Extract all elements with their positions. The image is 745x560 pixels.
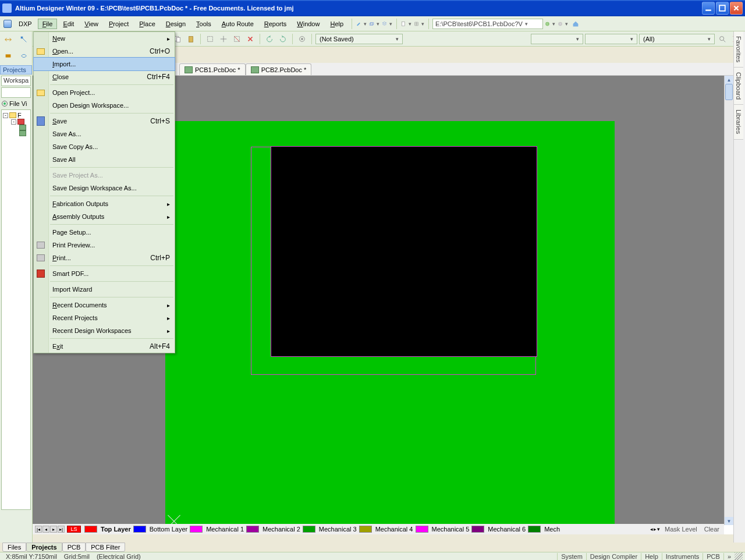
mask-level-link[interactable]: Mask Level — [662, 526, 700, 533]
fileview-radio[interactable]: File Vi — [0, 99, 32, 108]
status-help[interactable]: Help — [641, 553, 662, 560]
paste-icon[interactable] — [185, 33, 197, 45]
menu-view[interactable]: View — [80, 19, 103, 29]
nav-fwd-icon[interactable]: ▾ — [558, 19, 568, 29]
maximize-button[interactable] — [716, 2, 729, 15]
file-assembly-outputs[interactable]: Assembly Outputs▸ — [34, 210, 175, 223]
layer-nav[interactable]: |◂◂▸▸| — [35, 526, 65, 533]
menu-place[interactable]: Place — [134, 19, 160, 29]
menu-file[interactable]: File — [38, 19, 58, 29]
project-tree[interactable]: -F - — [1, 109, 31, 510]
lefttool-1-icon[interactable] — [2, 33, 15, 46]
tool-page-icon[interactable]: ▾ — [401, 19, 411, 29]
file-open-project[interactable]: Open Project... — [34, 86, 175, 99]
btab-files[interactable]: Files — [2, 543, 26, 552]
status-more-icon[interactable]: » — [723, 553, 735, 560]
status-pcb[interactable]: PCB — [703, 553, 723, 560]
undo-icon[interactable] — [264, 33, 275, 45]
menu-help[interactable]: Help — [325, 19, 348, 29]
layer-bottom[interactable]: Bottom Layer — [133, 526, 190, 533]
tool-layers-icon[interactable]: ▾ — [369, 19, 379, 29]
select-rect-icon[interactable] — [204, 33, 216, 45]
doctab-pcb2[interactable]: PCB2.PcbDoc * — [246, 63, 312, 75]
righttab-libraries[interactable]: Libraries — [734, 105, 743, 139]
righttab-clipboard[interactable]: Clipboard — [734, 68, 743, 105]
layer-mech6[interactable]: Mechanical 6 — [471, 526, 528, 533]
menu-project[interactable]: Project — [104, 19, 133, 29]
layer-mech5[interactable]: Mechanical 5 — [416, 526, 472, 533]
project-field[interactable] — [1, 87, 31, 98]
btab-projects[interactable]: Projects — [26, 543, 62, 552]
file-import-wizard[interactable]: Import Wizard — [34, 283, 175, 296]
close-button[interactable] — [730, 2, 743, 15]
layer-mech4[interactable]: Mechanical 4 — [359, 526, 416, 533]
scroll-up-button[interactable]: ▲ — [725, 76, 733, 84]
menu-edit[interactable]: Edit — [58, 19, 79, 29]
deselect-icon[interactable] — [231, 33, 243, 45]
file-exit[interactable]: ExitAlt+F4 — [34, 340, 175, 353]
file-new[interactable]: New▸ — [34, 32, 175, 45]
file-save[interactable]: SaveCtrl+S — [34, 115, 175, 127]
menu-tools[interactable]: Tools — [191, 19, 216, 29]
lefttool-2-icon[interactable] — [18, 33, 31, 46]
layer-top[interactable]: Top Layer — [84, 526, 133, 533]
status-system[interactable]: System — [557, 553, 586, 560]
file-fabrication-outputs[interactable]: Fabrication Outputs▸ — [34, 197, 175, 210]
scrollbar-horizontal[interactable]: |◂◂▸▸| LS Top Layer Bottom Layer Mechani… — [33, 525, 724, 534]
file-smart-pdf[interactable]: Smart PDF... — [34, 267, 175, 280]
tool-pencil-icon[interactable]: ▾ — [356, 19, 367, 29]
layer-ls[interactable]: LS — [67, 526, 81, 533]
scroll-v-thumb[interactable] — [725, 84, 733, 100]
menu-window[interactable]: Window — [292, 19, 324, 29]
zoom-icon[interactable] — [716, 33, 728, 45]
status-designcompiler[interactable]: Design Compiler — [586, 553, 641, 560]
file-recent-projects[interactable]: Recent Projects▸ — [34, 311, 175, 324]
layer-mech3[interactable]: Mechanical 3 — [303, 526, 359, 533]
layer-mech2[interactable]: Mechanical 2 — [246, 526, 303, 533]
file-open-workspace[interactable]: Open Design Workspace... — [34, 99, 175, 112]
tool-grid-icon[interactable]: ▾ — [414, 19, 424, 29]
file-print[interactable]: Print...Ctrl+P — [34, 251, 175, 264]
file-open[interactable]: Open...Ctrl+O — [34, 45, 175, 58]
projects-panel-header[interactable]: Projects — [0, 65, 32, 75]
file-import[interactable]: Import... — [34, 58, 175, 70]
file-print-preview[interactable]: Print Preview... — [34, 239, 175, 251]
workspace-field[interactable]: Workspa — [1, 76, 31, 86]
file-save-all[interactable]: Save All — [34, 153, 175, 166]
tree-root-node[interactable]: -F — [3, 112, 29, 119]
righttab-favorites[interactable]: Favorites — [734, 31, 743, 68]
btab-pcbfilter[interactable]: PCB Filter — [86, 543, 125, 552]
file-close[interactable]: CloseCtrl+F4 — [34, 70, 175, 83]
resize-grip-icon[interactable] — [735, 552, 743, 561]
settings-icon[interactable] — [296, 33, 308, 45]
tree-child-3[interactable] — [3, 130, 29, 136]
file-recent-workspaces[interactable]: Recent Design Workspaces▸ — [34, 324, 175, 337]
scroll-down-button[interactable]: ▼ — [725, 517, 733, 525]
file-recent-documents[interactable]: Recent Documents▸ — [34, 299, 175, 311]
menu-dxp[interactable]: DXP — [14, 19, 37, 29]
doctab-pcb1[interactable]: PCB1.PcbDoc * — [179, 63, 246, 75]
clear-icon[interactable] — [244, 33, 256, 45]
nav-home-icon[interactable] — [570, 19, 581, 29]
lefttool-3-icon[interactable] — [2, 49, 15, 62]
filter2-field[interactable]: ▾ — [585, 34, 637, 44]
menu-reports[interactable]: Reports — [260, 19, 292, 29]
nav-back-icon[interactable]: ▾ — [545, 19, 555, 29]
file-save-workspace-as[interactable]: Save Design Workspace As... — [34, 182, 175, 194]
status-instruments[interactable]: Instruments — [662, 553, 703, 560]
filter1-field[interactable]: ▾ — [531, 34, 583, 44]
address-field[interactable]: E:\PCB\test6\PCB1.PcbDoc?V▾ — [432, 19, 543, 29]
file-page-setup[interactable]: Page Setup... — [34, 226, 175, 239]
tool-stack-icon[interactable]: ▾ — [382, 19, 392, 29]
btab-pcb[interactable]: PCB — [62, 543, 86, 552]
scrollbar-vertical[interactable]: ▲ ▼ — [724, 76, 733, 525]
clear-link[interactable]: Clear — [702, 526, 722, 533]
filter-all-field[interactable]: (All)▾ — [639, 34, 715, 44]
layer-scroll-icons[interactable]: ◂▸▾ — [650, 526, 660, 532]
minimize-button[interactable] — [702, 2, 715, 15]
snapshot-field[interactable]: (Not Saved)▾ — [315, 34, 403, 44]
redo-icon[interactable] — [277, 33, 289, 45]
menu-design[interactable]: Design — [161, 19, 190, 29]
layer-mech1[interactable]: Mechanical 1 — [190, 526, 246, 533]
tree-child-2[interactable] — [3, 125, 29, 130]
